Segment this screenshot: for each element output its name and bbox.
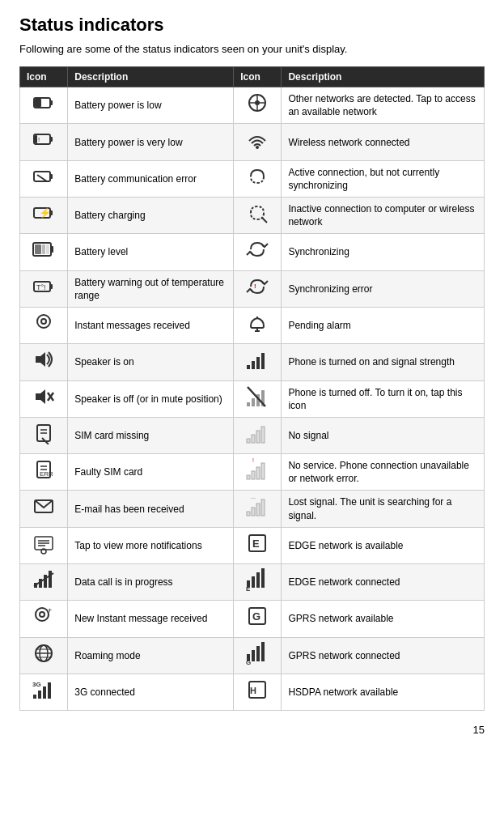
sim-missing-icon [20,417,68,453]
svg-rect-59 [247,475,250,479]
table-row: Instant messages received Pending alarm [20,307,485,343]
battery-very-low-icon: ! [20,124,68,160]
desc-right-14: GPRS network available [282,601,485,637]
email-received-icon [20,491,68,527]
svg-text:E: E [246,585,251,591]
table-row: SIM card missing No signal [20,417,485,453]
svg-point-11 [256,146,259,149]
desc-left-8: Speaker is off (or in mute position) [68,380,234,417]
svg-text:G: G [246,659,251,665]
col-icon1: Icon [20,67,68,87]
svg-text:...: ... [251,495,256,499]
svg-point-90 [40,613,44,616]
svg-rect-61 [256,467,260,479]
svg-rect-104 [33,695,36,699]
table-row: Roaming mode G GPRS network connected [20,637,485,674]
svg-rect-53 [256,431,260,443]
desc-left-3: Battery charging [68,198,234,234]
svg-line-14 [37,175,47,181]
svg-rect-54 [261,427,265,443]
desc-right-1: Wireless network connected [282,124,485,160]
table-row: T°! Battery warning out of temperature r… [20,270,485,307]
desc-left-11: E-mail has been received [68,491,234,527]
svg-text:T°!: T°! [36,283,46,291]
new-instant-msg-icon: + [20,601,68,637]
svg-rect-67 [256,504,260,516]
battery-level-icon [20,234,68,270]
desc-left-5: Battery warning out of temperature range [68,270,234,307]
desc-right-8: Phone is turned off. To turn it on, tap … [282,380,485,417]
svg-rect-51 [247,439,250,443]
edge-connected-icon: E [234,564,282,601]
battery-charging-icon: ⚡ [20,198,68,234]
table-row: Battery power is low Other networks are … [20,87,485,124]
table-row: E-mail has been received ... Lost signal… [20,491,485,527]
col-desc1: Description [68,67,234,87]
svg-rect-52 [252,435,255,443]
svg-marker-39 [36,389,45,404]
page-number: 15 [19,724,485,736]
table-row: Tap to view more notifications E EDGE ne… [20,527,485,563]
svg-rect-107 [48,682,51,699]
desc-right-7: Phone is turned on and signal strength [282,344,485,380]
svg-rect-20 [51,246,53,253]
svg-text:!: ! [38,136,40,143]
table-row: 3G 3G connected H HSDPA network availabl… [20,674,485,710]
no-service-icon: ! [234,454,282,491]
edge-available-icon: E [234,527,282,563]
svg-rect-81 [49,571,52,588]
svg-rect-21 [35,244,41,254]
desc-right-3: Inactive connection to computer or wirel… [282,198,485,234]
desc-right-6: Pending alarm [282,307,485,343]
table-row: ⚡ Battery charging Inactive connection t… [20,198,485,234]
desc-right-16: HSDPA network available [282,674,485,710]
networks-detected-icon [234,87,282,124]
speaker-off-icon [20,380,68,417]
col-icon2: Icon [234,67,282,87]
svg-rect-85 [256,572,260,588]
more-notifications-icon [20,527,68,563]
desc-left-1: Battery power is very low [68,124,234,160]
inactive-connection-icon [234,198,282,234]
svg-rect-86 [261,568,265,588]
desc-left-13: Data call is in progress [68,564,234,601]
svg-point-30 [42,320,45,323]
battery-comm-error-icon [20,160,68,197]
wireless-connected-icon [234,124,282,160]
table-row: Speaker is on Phone is turned on and sig… [20,344,485,380]
desc-left-6: Instant messages received [68,307,234,343]
desc-right-4: Synchronizing [282,234,485,270]
phone-off-icon [234,380,282,417]
svg-rect-43 [252,398,255,406]
desc-left-16: 3G connected [68,674,234,710]
hsdpa-available-icon: H [234,674,282,710]
desc-right-9: No signal [282,417,485,453]
svg-rect-22 [42,244,45,254]
svg-rect-68 [261,499,265,516]
svg-rect-60 [252,471,255,479]
svg-rect-37 [256,357,260,369]
svg-rect-13 [50,174,53,179]
svg-rect-35 [247,365,250,369]
roaming-icon [20,637,68,674]
svg-text:H: H [250,686,256,695]
table-row: + New Instant message received G GPRS ne… [20,601,485,637]
svg-rect-66 [252,508,255,516]
desc-right-13: EDGE network connected [282,564,485,601]
svg-rect-102 [261,642,265,661]
svg-rect-36 [252,361,255,369]
svg-rect-100 [252,650,255,661]
synchronizing-icon [234,234,282,270]
svg-text:ERR: ERR [40,470,53,478]
desc-right-10: No service. Phone connection unavailable… [282,454,485,491]
svg-rect-9 [35,135,37,143]
battery-low-icon [20,87,68,124]
desc-left-12: Tap to view more notifications [68,527,234,563]
svg-rect-38 [261,353,265,369]
svg-rect-65 [247,512,250,516]
table-row: Speaker is off (or in mute position) Pho… [20,380,485,417]
instant-messages-icon [20,307,68,343]
desc-right-11: Lost signal. The unit is searching for a… [282,491,485,527]
svg-rect-62 [261,463,265,479]
sync-error-icon: ! [234,270,282,307]
